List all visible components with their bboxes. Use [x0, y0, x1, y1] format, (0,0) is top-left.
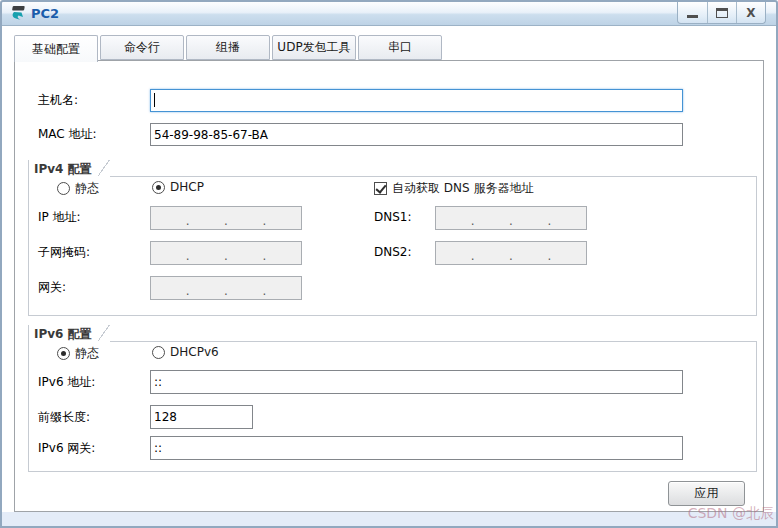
radio-checked-icon	[57, 347, 70, 360]
hostname-label: 主机名:	[38, 93, 78, 108]
radio-icon	[152, 346, 165, 359]
ipv4-group-header: IPv4 配置	[29, 160, 757, 177]
prefix-length-input[interactable]	[150, 405, 253, 429]
window-controls: X	[677, 2, 766, 24]
group-header-line	[110, 325, 757, 342]
subnet-mask-label: 子网掩码:	[38, 245, 90, 260]
ip-dot: .	[263, 217, 267, 226]
ipv6-group-header: IPv6 配置	[29, 325, 757, 342]
mac-input[interactable]	[150, 123, 683, 146]
tab-basic-config[interactable]: 基础配置	[14, 35, 98, 62]
dns2-input-disabled: . . .	[435, 241, 587, 265]
prefix-length-label: 前缀长度:	[38, 410, 90, 425]
ip-dot: .	[224, 217, 228, 226]
mac-label: MAC 地址:	[38, 127, 97, 142]
text-caret	[154, 93, 155, 107]
ipv6-group-title: IPv6 配置	[29, 325, 98, 342]
group-border	[756, 177, 757, 316]
subnet-mask-input-disabled: . . .	[150, 241, 302, 265]
ip-dot: .	[509, 217, 513, 226]
window-bottom-strip	[2, 512, 776, 526]
close-button[interactable]: X	[736, 2, 765, 23]
group-border	[28, 315, 757, 316]
ip-dot: .	[471, 252, 475, 261]
tab-label: 命令行	[124, 39, 160, 56]
ip-dot: .	[471, 217, 475, 226]
ipv6-group: IPv6 配置 静态 DHCPv6 IPv6 地址: 前缀长度: IPv6 网关…	[28, 325, 757, 472]
minimize-button[interactable]	[678, 2, 707, 23]
radio-icon	[57, 182, 70, 195]
ipv6-address-input[interactable]	[150, 370, 683, 394]
dns-auto-label: 自动获取 DNS 服务器地址	[392, 180, 533, 197]
ipv4-dhcp-radio[interactable]: DHCP	[152, 180, 204, 194]
ip-dot: .	[224, 252, 228, 261]
ipv4-dhcp-label: DHCP	[170, 180, 204, 194]
dns1-input-disabled: . . .	[435, 206, 587, 230]
ip-dot: .	[263, 252, 267, 261]
ip-dot: .	[186, 217, 190, 226]
ip-dot: .	[263, 287, 267, 296]
ipv4-group: IPv4 配置 静态 DHCP 自动获取 DNS 服务器地址 IP 地址: . …	[28, 160, 757, 316]
content-panel: 主机名: MAC 地址: IPv4 配置 静态 DHCP	[14, 60, 764, 512]
group-header-diagonal	[98, 160, 110, 177]
tab-serial[interactable]: 串口	[358, 35, 442, 60]
ipv6-dhcpv6-label: DHCPv6	[170, 345, 219, 359]
group-border	[28, 471, 757, 472]
pc-icon	[10, 5, 27, 22]
hostname-field-wrap	[150, 89, 683, 112]
watermark: CSDN @北辰	[688, 505, 774, 523]
ipv4-static-label: 静态	[75, 180, 99, 197]
dns2-label: DNS2:	[374, 245, 412, 260]
ip-dot: .	[509, 252, 513, 261]
tab-label: 串口	[388, 39, 412, 56]
ip-dot: .	[548, 217, 552, 226]
group-border	[28, 160, 29, 316]
dns-auto-checkbox[interactable]: 自动获取 DNS 服务器地址	[374, 180, 533, 197]
ipv4-static-radio[interactable]: 静态	[57, 180, 99, 197]
ip-dot: .	[548, 252, 552, 261]
maximize-button[interactable]	[707, 2, 736, 23]
dns1-label: DNS1:	[374, 210, 412, 225]
tab-udp-tool[interactable]: UDP发包工具	[272, 35, 356, 60]
tab-label: UDP发包工具	[277, 39, 350, 56]
ipv4-group-title: IPv4 配置	[29, 160, 98, 177]
maximize-icon	[716, 8, 728, 18]
gateway-input-disabled: . . .	[150, 276, 302, 300]
gateway-label: 网关:	[38, 280, 66, 295]
title-bar: PC2	[2, 2, 776, 26]
radio-checked-icon	[152, 181, 165, 194]
group-border	[756, 342, 757, 472]
apply-button-label: 应用	[695, 485, 719, 502]
ipv6-static-label: 静态	[75, 345, 99, 362]
ipv6-address-label: IPv6 地址:	[38, 375, 95, 390]
ip-address-input-disabled: . . .	[150, 206, 302, 230]
group-border	[28, 325, 29, 472]
tab-command-line[interactable]: 命令行	[100, 35, 184, 60]
minimize-icon	[687, 15, 698, 18]
ip-dot: .	[186, 287, 190, 296]
ip-address-label: IP 地址:	[38, 210, 81, 225]
tab-bar: 基础配置 命令行 组播 UDP发包工具 串口	[14, 35, 442, 62]
group-header-diagonal	[98, 325, 110, 342]
ip-dot: .	[186, 252, 190, 261]
checkbox-checked-icon	[374, 182, 387, 195]
pc-config-window: PC2 X 基础配置 命令行 组播 UDP发包工具 串口 主机名: MAC 地址…	[0, 0, 778, 528]
tab-label: 基础配置	[32, 41, 80, 58]
tab-multicast[interactable]: 组播	[186, 35, 270, 60]
tab-label: 组播	[216, 39, 240, 56]
hostname-input[interactable]	[150, 89, 683, 112]
ipv6-static-radio[interactable]: 静态	[57, 345, 99, 362]
apply-button[interactable]: 应用	[668, 481, 745, 506]
group-header-line	[110, 160, 757, 177]
close-icon: X	[746, 7, 755, 19]
ipv6-gateway-input[interactable]	[150, 436, 683, 460]
ipv6-dhcpv6-radio[interactable]: DHCPv6	[152, 345, 219, 359]
window-title: PC2	[31, 6, 59, 21]
ip-dot: .	[224, 287, 228, 296]
ipv6-gateway-label: IPv6 网关:	[38, 441, 95, 456]
